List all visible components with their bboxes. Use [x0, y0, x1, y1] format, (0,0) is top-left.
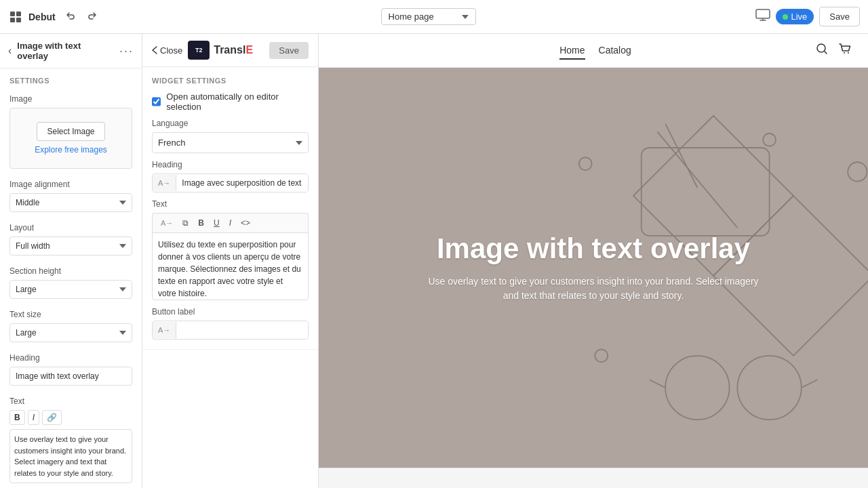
image-upload-area: Select Image Explore free images: [9, 108, 132, 169]
preview-nav-links: Home Catalog: [559, 42, 631, 60]
heading-translation-input[interactable]: [176, 174, 308, 192]
layout-field: Layout Full widthFixed width: [0, 218, 142, 261]
section-height-field: Section height LargeMediumSmall: [0, 261, 142, 304]
widget-text-label: Text: [152, 199, 309, 209]
language-field-label: Language: [152, 119, 309, 128]
button-label-field-label: Button label: [152, 307, 309, 317]
grid-icon[interactable]: [8, 9, 23, 24]
heading-translate-icon: A→: [153, 175, 176, 191]
text-field: Text B I 🔗 Use overlay text to give your…: [0, 391, 142, 488]
heading-input[interactable]: [9, 367, 132, 386]
text-editor-toolbar: A→ ⧉ B U I <>: [152, 213, 309, 232]
main-layout: ‹ Image with text overlay ··· SETTINGS I…: [0, 34, 868, 488]
preview-nav-icons: [815, 42, 852, 59]
text-content-display[interactable]: Use overlay text to give your customers …: [9, 429, 132, 483]
nav-home-link[interactable]: Home: [559, 42, 585, 60]
italic-btn[interactable]: I: [225, 216, 235, 230]
monitor-icon[interactable]: [755, 9, 770, 24]
panel-content: SETTINGS Image Select Image Explore free…: [0, 68, 142, 488]
preview-body: Image with text overlay Use overlay text…: [319, 68, 868, 468]
section-height-label: Section height: [9, 266, 132, 276]
search-icon[interactable]: [815, 42, 829, 59]
bold-btn[interactable]: B: [194, 216, 208, 230]
save-button[interactable]: Save: [819, 7, 860, 26]
hero-text-overlay: Image with text overlay Use overlay text…: [424, 232, 763, 303]
topbar-center: Home page: [107, 8, 750, 25]
text-toolbar: B I 🔗: [9, 410, 132, 425]
panel-header: ‹ Image with text overlay ···: [0, 34, 142, 68]
heading-field: Heading: [0, 348, 142, 391]
translation-widget-panel: Close T2 TranslE Save WIDGET SETTINGS Op…: [142, 34, 319, 488]
auto-open-checkbox-row[interactable]: Open automatically on editor selection: [152, 92, 309, 112]
translate-icon-btn[interactable]: A→: [157, 217, 177, 229]
cart-icon[interactable]: [838, 42, 852, 59]
nav-catalog-link[interactable]: Catalog: [599, 42, 631, 60]
button-label-input[interactable]: [176, 321, 308, 339]
heading-field-label: Heading: [9, 353, 132, 363]
svg-rect-1: [16, 12, 21, 16]
image-field-label: Image: [9, 94, 132, 104]
preview-panel: Home Catalog: [319, 34, 868, 488]
settings-panel: ‹ Image with text overlay ··· SETTINGS I…: [0, 34, 142, 488]
topbar-left: Debut: [8, 9, 56, 24]
hero-subtitle: Use overlay text to give your customers …: [424, 274, 763, 303]
live-badge[interactable]: Live: [776, 9, 814, 24]
bold-button[interactable]: B: [9, 410, 25, 425]
heading-input-row: A→: [152, 174, 309, 192]
select-image-button[interactable]: Select Image: [37, 122, 104, 141]
widget-heading-label: Heading: [152, 160, 309, 169]
image-field-group: Image Select Image Explore free images: [0, 89, 142, 174]
italic-button[interactable]: I: [28, 410, 39, 425]
live-dot: [783, 14, 788, 20]
svg-point-7: [848, 52, 849, 54]
image-alignment-select[interactable]: MiddleTopBottom: [9, 193, 132, 212]
settings-section-label: SETTINGS: [0, 68, 142, 89]
logo-text: TranslE: [214, 44, 253, 56]
preview-bottom-strip: [319, 468, 868, 488]
image-alignment-label: Image alignment: [9, 180, 132, 189]
store-name: Debut: [28, 12, 56, 22]
button-label-row: A→: [152, 321, 309, 340]
text-size-field: Text size LargeMediumSmall: [0, 304, 142, 348]
explore-images-link[interactable]: Explore free images: [35, 145, 107, 155]
copy-btn[interactable]: ⧉: [178, 216, 193, 230]
hero-title: Image with text overlay: [424, 232, 763, 265]
undo-redo-group: [61, 7, 102, 26]
redo-button[interactable]: [83, 7, 102, 26]
widget-save-button[interactable]: Save: [269, 42, 309, 59]
logo-icon: T2: [188, 41, 210, 60]
layout-label: Layout: [9, 223, 132, 232]
section-height-select[interactable]: LargeMediumSmall: [9, 280, 132, 299]
more-options-icon[interactable]: ···: [119, 44, 134, 58]
page-selector[interactable]: Home page: [381, 8, 476, 25]
svg-rect-2: [10, 18, 15, 22]
underline-btn[interactable]: U: [210, 216, 224, 230]
svg-point-5: [817, 44, 825, 52]
text-field-label: Text: [9, 396, 132, 406]
link-button[interactable]: 🔗: [42, 410, 62, 425]
widget-topbar: Close T2 TranslE Save: [142, 34, 318, 67]
back-icon[interactable]: ‹: [8, 45, 12, 57]
text-size-select[interactable]: LargeMediumSmall: [9, 323, 132, 342]
text-size-label: Text size: [9, 310, 132, 319]
topbar-right: Live Save: [755, 7, 861, 26]
widget-logo: T2 TranslE: [188, 41, 264, 60]
undo-button[interactable]: [61, 7, 80, 26]
language-select[interactable]: FrenchSpanishGermanItalian: [152, 132, 309, 153]
code-btn[interactable]: <>: [237, 216, 254, 230]
text-editor-area[interactable]: Utilisez du texte en superposition pour …: [152, 232, 309, 300]
svg-rect-3: [16, 18, 21, 22]
widget-settings-section: WIDGET SETTINGS Open automatically on ed…: [142, 67, 318, 350]
svg-point-6: [844, 52, 845, 54]
panel-title: Image with text overlay: [17, 41, 114, 61]
widget-settings-title: WIDGET SETTINGS: [152, 77, 309, 85]
preview-nav: Home Catalog: [319, 34, 868, 68]
layout-select[interactable]: Full widthFixed width: [9, 237, 132, 256]
topbar: Debut Home page Live Save: [0, 0, 868, 34]
auto-open-checkbox[interactable]: [152, 97, 161, 106]
close-link[interactable]: Close: [152, 45, 182, 56]
image-alignment-field: Image alignment MiddleTopBottom: [0, 174, 142, 218]
preview-hero: Image with text overlay Use overlay text…: [319, 68, 868, 468]
svg-rect-4: [756, 9, 770, 18]
button-label-translate-icon: A→: [153, 322, 176, 338]
